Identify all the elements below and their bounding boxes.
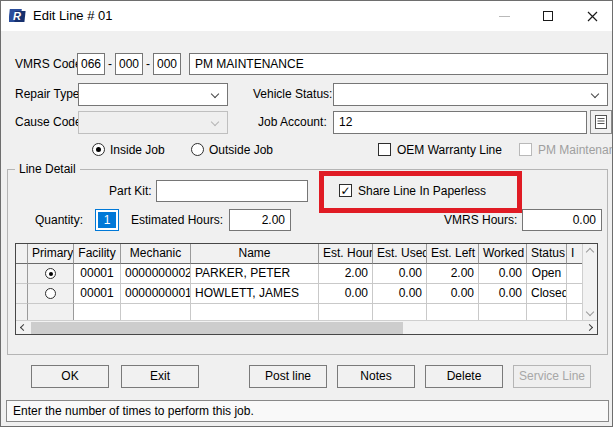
facility-cell[interactable]: 00001	[74, 284, 121, 304]
col-primary[interactable]: Primary	[28, 244, 74, 264]
primary-cell[interactable]	[28, 304, 74, 320]
oem-warranty-checkbox[interactable]	[378, 143, 391, 156]
est-used-cell[interactable]: 0.00	[373, 284, 427, 304]
job-account-input[interactable]: 12	[333, 111, 587, 134]
outside-job-label: Outside Job	[209, 139, 273, 161]
oem-warranty-label: OEM Warranty Line	[397, 139, 502, 161]
primary-cell[interactable]	[28, 264, 74, 284]
partial-cell[interactable]	[567, 264, 582, 284]
table-row-empty[interactable]	[16, 304, 582, 320]
name-cell[interactable]: HOWLETT, JAMES	[191, 284, 319, 304]
vmrs-hours-label: VMRS Hours:	[444, 209, 517, 231]
scrollbar-thumb[interactable]	[31, 322, 403, 334]
document-icon	[595, 115, 607, 129]
window-title: Edit Line # 01	[33, 1, 113, 31]
table-row[interactable]: 00001 0000000002 PARKER, PETER 2.00 0.00…	[16, 264, 582, 284]
edit-line-dialog: R Edit Line # 01 VMRS Code: 066 - 000 - …	[0, 0, 613, 427]
facility-cell[interactable]: 00001	[74, 264, 121, 284]
col-status[interactable]: Status	[527, 244, 567, 264]
row-selector[interactable]	[16, 304, 28, 320]
quantity-value: 1	[98, 212, 116, 228]
row-selector[interactable]	[16, 264, 28, 284]
minimize-button[interactable]	[488, 1, 520, 31]
part-kit-input[interactable]	[156, 180, 308, 202]
vehicle-status-select[interactable]: Available	[333, 83, 608, 106]
primary-radio-unselected[interactable]	[45, 288, 56, 299]
line-detail-title: Line Detail	[15, 162, 80, 176]
cause-code-select: 00	[78, 111, 228, 134]
est-left-cell[interactable]: 2.00	[427, 264, 479, 284]
cause-code-label: Cause Code:	[15, 111, 85, 133]
mechanic-cell[interactable]: 0000000001	[121, 284, 191, 304]
table-row[interactable]: 00001 0000000001 HOWLETT, JAMES 0.00 0.0…	[16, 284, 582, 304]
vmrs-code-part3[interactable]: 000	[153, 53, 181, 75]
job-account-lookup-button[interactable]	[590, 110, 612, 134]
post-line-button[interactable]: Post line	[249, 365, 327, 388]
maximize-button[interactable]	[532, 1, 564, 31]
mechanic-cell[interactable]: 0000000002	[121, 264, 191, 284]
estimated-hours-input[interactable]: 2.00	[229, 209, 291, 231]
ok-button[interactable]: OK	[31, 365, 109, 388]
vmrs-separator-1: -	[108, 53, 112, 75]
vmrs-hours-input[interactable]: 0.00	[522, 209, 602, 231]
repair-type-label: Repair Type:	[15, 83, 83, 105]
svg-text:R: R	[13, 10, 21, 22]
quantity-input[interactable]: 1	[95, 209, 119, 231]
col-facility[interactable]: Facility	[74, 244, 121, 264]
title-bar: R Edit Line # 01	[1, 1, 612, 31]
chevron-down-icon	[211, 90, 219, 98]
vmrs-code-part1[interactable]: 066	[77, 53, 105, 75]
red-highlight-annotation	[319, 171, 522, 213]
inside-job-label: Inside Job	[110, 139, 165, 161]
chevron-down-icon	[211, 118, 219, 126]
horizontal-scrollbar[interactable]	[16, 320, 597, 334]
part-kit-label: Part Kit:	[109, 180, 152, 202]
close-icon	[587, 11, 598, 22]
col-worked[interactable]: Worked	[479, 244, 527, 264]
vmrs-separator-2: -	[146, 53, 150, 75]
col-name[interactable]: Name	[191, 244, 319, 264]
estimated-hours-label: Estimated Hours:	[131, 209, 223, 231]
est-hours-cell[interactable]: 0.00	[319, 284, 373, 304]
scroll-right-icon[interactable]	[586, 324, 593, 331]
col-est-hours[interactable]: Est. Hours	[319, 244, 373, 264]
col-est-left[interactable]: Est. Left	[427, 244, 479, 264]
col-mechanic[interactable]: Mechanic	[121, 244, 191, 264]
exit-button[interactable]: Exit	[121, 365, 199, 388]
inside-job-radio[interactable]	[92, 143, 105, 156]
delete-button[interactable]: Delete	[425, 365, 503, 388]
job-account-label: Job Account:	[258, 111, 327, 133]
scroll-up-icon[interactable]	[586, 248, 594, 256]
outside-job-radio[interactable]	[191, 143, 204, 156]
primary-cell[interactable]	[28, 284, 74, 304]
scroll-down-icon[interactable]	[586, 308, 594, 316]
primary-radio-selected[interactable]	[45, 268, 56, 279]
app-icon: R	[9, 7, 27, 25]
vmrs-description-field[interactable]: PM MAINTENANCE	[189, 53, 608, 75]
partial-cell[interactable]	[567, 284, 582, 304]
service-line-button: Service Line	[513, 365, 591, 388]
repair-type-select[interactable]: 3 REPLAC	[78, 83, 228, 106]
est-hours-cell[interactable]: 2.00	[319, 264, 373, 284]
status-cell[interactable]: Open	[527, 264, 567, 284]
status-bar: Enter the number of times to perform thi…	[6, 400, 609, 422]
scroll-left-icon[interactable]	[20, 324, 27, 331]
row-selector[interactable]	[16, 284, 28, 304]
minimize-icon	[499, 16, 510, 17]
worked-cell[interactable]: 0.00	[479, 284, 527, 304]
pm-maintenance-label: PM Maintenance	[538, 139, 613, 161]
close-button[interactable]	[576, 1, 608, 31]
est-used-cell[interactable]: 0.00	[373, 264, 427, 284]
row-selector-header	[16, 244, 28, 264]
vertical-scrollbar[interactable]	[582, 244, 597, 320]
est-left-cell[interactable]: 0.00	[427, 284, 479, 304]
vmrs-code-part2[interactable]: 000	[115, 53, 143, 75]
name-cell[interactable]: PARKER, PETER	[191, 264, 319, 284]
col-est-used[interactable]: Est. Used	[373, 244, 427, 264]
status-cell[interactable]: Closed	[527, 284, 567, 304]
quantity-label: Quantity:	[35, 209, 83, 231]
col-partial[interactable]: I	[567, 244, 582, 264]
notes-button[interactable]: Notes	[337, 365, 415, 388]
mechanics-table: Primary Facility Mechanic Name Est. Hour…	[15, 243, 598, 335]
worked-cell[interactable]: 0.00	[479, 264, 527, 284]
